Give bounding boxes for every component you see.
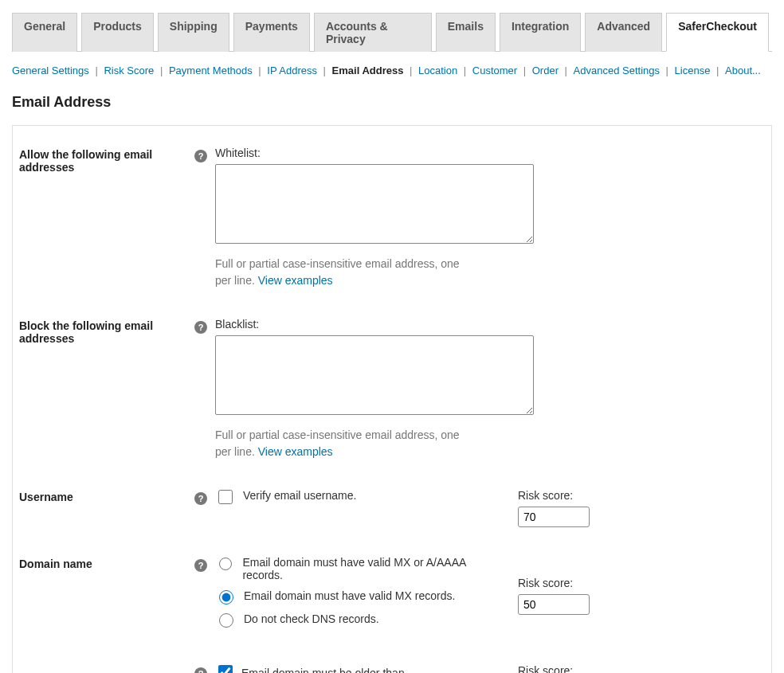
subnav-about-[interactable]: About... — [725, 65, 761, 76]
subnav-general-settings[interactable]: General Settings — [12, 65, 89, 76]
domain-radio-no-check-label: Do not check DNS records. — [244, 612, 379, 625]
domain-radio-mx-or-a-label: Email domain must have valid MX or A/AAA… — [242, 556, 486, 581]
help-icon[interactable]: ? — [194, 559, 207, 572]
tab-general[interactable]: General — [12, 13, 77, 52]
help-icon[interactable]: ? — [194, 667, 207, 673]
row-username: Username ? Verify email username. Risk s… — [19, 484, 765, 551]
settings-panel: Allow the following email addresses ? Wh… — [12, 125, 772, 673]
row-domain: Domain name ? Email domain must have val… — [19, 551, 765, 659]
row-blacklist-label: Block the following email addresses — [19, 313, 194, 484]
blacklist-helper-text: Full or partial case-insensitive email a… — [215, 428, 460, 458]
subnav: General Settings | Risk Score | Payment … — [12, 63, 772, 80]
row-blacklist: Block the following email addresses ? Bl… — [19, 313, 765, 484]
tab-shipping[interactable]: Shipping — [158, 13, 229, 52]
username-risk-input[interactable] — [518, 507, 590, 527]
subnav-email-address[interactable]: Email Address — [332, 65, 404, 76]
tab-accounts-privacy[interactable]: Accounts & Privacy — [314, 13, 432, 52]
subnav-order[interactable]: Order — [532, 65, 559, 76]
domain-risk-input[interactable] — [518, 594, 590, 615]
row-domain-label: Domain name — [19, 551, 194, 659]
subnav-risk-score[interactable]: Risk Score — [104, 65, 154, 76]
blacklist-view-examples-link[interactable]: View examples — [258, 445, 333, 458]
tab-emails[interactable]: Emails — [436, 13, 496, 52]
domain-age-risk-label: Risk score: — [518, 664, 590, 673]
tab-integration[interactable]: Integration — [500, 13, 581, 52]
whitelist-field-label: Whitelist: — [215, 147, 757, 159]
subnav-advanced-settings[interactable]: Advanced Settings — [574, 65, 660, 76]
subnav-location[interactable]: Location — [418, 65, 457, 76]
tab-advanced[interactable]: Advanced — [585, 13, 662, 52]
section-title: Email Address — [12, 94, 772, 111]
subnav-customer[interactable]: Customer — [472, 65, 517, 76]
domain-risk-label: Risk score: — [518, 577, 590, 589]
row-username-label: Username — [19, 484, 194, 551]
blacklist-textarea[interactable] — [215, 335, 534, 415]
row-whitelist-label: Allow the following email addresses — [19, 142, 194, 313]
row-domain-age: ? Email domain must be older than days. … — [19, 659, 765, 673]
domain-radio-mx-only[interactable] — [219, 590, 233, 605]
tab-safercheckout[interactable]: SaferCheckout — [666, 13, 769, 52]
verify-username-checkbox[interactable] — [218, 490, 233, 504]
tab-products[interactable]: Products — [81, 13, 154, 52]
row-whitelist: Allow the following email addresses ? Wh… — [19, 142, 765, 313]
whitelist-helper-text: Full or partial case-insensitive email a… — [215, 257, 460, 287]
help-icon[interactable]: ? — [194, 150, 207, 162]
subnav-payment-methods[interactable]: Payment Methods — [169, 65, 253, 76]
tab-payments[interactable]: Payments — [233, 13, 310, 52]
verify-username-label: Verify email username. — [243, 489, 356, 502]
domain-age-label: Email domain must be older than — [241, 667, 405, 673]
domain-radio-mx-only-label: Email domain must have valid MX records. — [244, 589, 455, 602]
help-icon[interactable]: ? — [194, 492, 207, 505]
domain-age-checkbox[interactable] — [218, 665, 233, 673]
help-icon[interactable]: ? — [194, 321, 207, 334]
domain-radio-mx-or-a[interactable] — [219, 557, 232, 571]
whitelist-textarea[interactable] — [215, 164, 534, 244]
subnav-license[interactable]: License — [675, 65, 711, 76]
top-tabs: GeneralProductsShippingPaymentsAccounts … — [12, 12, 772, 52]
whitelist-view-examples-link[interactable]: View examples — [258, 274, 333, 287]
username-risk-label: Risk score: — [518, 489, 590, 502]
subnav-ip-address[interactable]: IP Address — [267, 65, 317, 76]
blacklist-field-label: Blacklist: — [215, 318, 757, 331]
domain-radio-no-check[interactable] — [219, 613, 233, 628]
